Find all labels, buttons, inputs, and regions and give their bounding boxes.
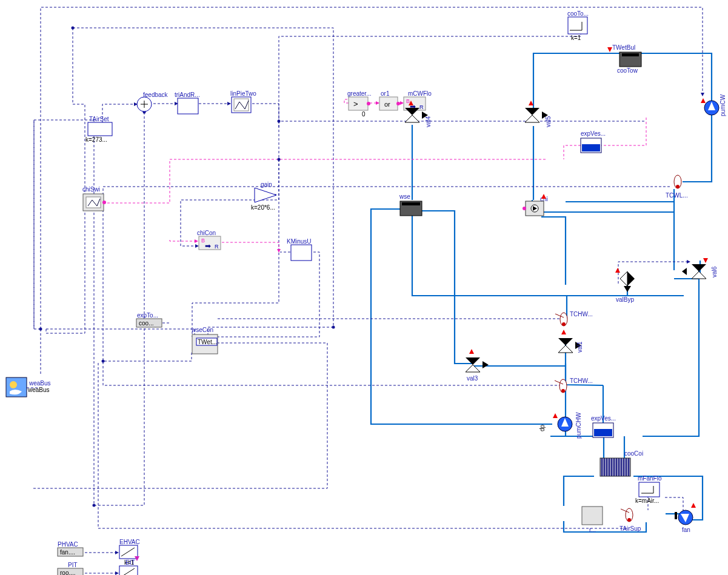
feedback-block[interactable]: feedback xyxy=(137,91,169,111)
svg-text:wseCon: wseCon xyxy=(191,327,213,333)
svg-rect-10 xyxy=(568,17,587,34)
weaBus-block[interactable]: weaBus weaBus xyxy=(6,377,51,397)
svg-point-3 xyxy=(72,27,75,30)
svg-text:val1: val1 xyxy=(576,341,583,353)
cooTo-label: cooTo... xyxy=(567,10,589,17)
expTo-block[interactable]: expTo... coo... xyxy=(136,312,162,327)
svg-text:R: R xyxy=(215,244,219,250)
TAirSup-block[interactable]: TAirSup xyxy=(619,508,641,532)
svg-text:>: > xyxy=(353,99,358,108)
svg-text:gain: gain xyxy=(261,181,272,188)
svg-text:mFanFlo: mFanFlo xyxy=(638,475,662,482)
svg-rect-69 xyxy=(402,202,420,205)
pumCHW-block[interactable]: pumCHW dp xyxy=(539,412,582,439)
svg-marker-85 xyxy=(682,268,687,275)
svg-text:TCHW...: TCHW... xyxy=(570,311,593,317)
PIT-block[interactable]: PIT roo.... xyxy=(58,562,83,575)
svg-marker-90 xyxy=(624,286,631,292)
val1-block[interactable]: val1 xyxy=(558,330,583,353)
val5-block[interactable]: val5 xyxy=(525,101,552,127)
chiCon-block[interactable]: chiCon B R ➡ xyxy=(197,230,221,250)
svg-marker-42 xyxy=(405,108,419,115)
svg-marker-47 xyxy=(525,108,539,115)
svg-text:dp: dp xyxy=(539,424,546,431)
svg-rect-157 xyxy=(119,566,138,575)
mFanFlo-block[interactable]: mFanFlo k=mAir... xyxy=(635,475,662,504)
svg-rect-82 xyxy=(291,245,312,261)
cooTow-block[interactable]: TWetBul cooTow xyxy=(607,44,641,74)
svg-rect-55 xyxy=(88,122,112,136)
svg-text:TAirSet: TAirSet xyxy=(89,116,109,122)
expVes-bot-block[interactable]: expVes... xyxy=(591,415,616,437)
fan-block[interactable]: fan xyxy=(675,503,696,533)
svg-text:val6: val6 xyxy=(711,266,718,278)
svg-point-5 xyxy=(278,158,281,161)
chiSwi-block[interactable]: chiSwi xyxy=(82,186,106,211)
expVes-top-block[interactable]: expVes... xyxy=(581,130,606,153)
svg-text:linPieTwo: linPieTwo xyxy=(230,90,256,97)
svg-text:EIT: EIT xyxy=(125,559,135,566)
svg-text:expVes...: expVes... xyxy=(581,130,606,137)
svg-text:r...: r... xyxy=(589,527,596,533)
svg-point-2 xyxy=(39,328,42,331)
mCWFlo-block[interactable]: mCWFlo B R ➡ xyxy=(404,90,432,111)
svg-marker-65 xyxy=(255,188,276,202)
svg-text:coo...: coo... xyxy=(139,320,153,327)
svg-text:R: R xyxy=(419,104,424,110)
svg-point-8 xyxy=(93,504,96,507)
greater-block[interactable]: greater... > 0 xyxy=(347,90,371,118)
svg-marker-104 xyxy=(558,338,573,345)
svg-text:EHVAC: EHVAC xyxy=(119,539,140,545)
svg-text:or1: or1 xyxy=(381,90,390,97)
svg-text:triAndR...: triAndR... xyxy=(175,91,200,98)
svg-marker-88 xyxy=(620,271,627,286)
or1-block[interactable]: or1 or xyxy=(379,90,400,110)
svg-point-9 xyxy=(102,360,105,363)
svg-marker-86 xyxy=(703,258,708,263)
KMinusU-block[interactable]: KMinusU xyxy=(287,238,312,261)
PHVAC-block[interactable]: PHVAC fan.... xyxy=(58,541,83,556)
svg-text:val5: val5 xyxy=(545,116,552,127)
hydronic-lines xyxy=(371,53,712,532)
svg-marker-124 xyxy=(553,413,558,418)
svg-point-58 xyxy=(676,185,680,188)
svg-text:KMinusU: KMinusU xyxy=(287,238,312,245)
wse-block[interactable]: wse xyxy=(399,193,422,216)
svg-marker-91 xyxy=(615,268,620,273)
svg-text:roo....: roo.... xyxy=(60,570,76,575)
TAirSet-block[interactable]: TAirSet k=273... xyxy=(85,116,112,143)
svg-text:chiSwi: chiSwi xyxy=(82,186,100,193)
svg-point-31 xyxy=(367,102,370,105)
svg-text:fan: fan xyxy=(682,527,690,533)
svg-text:or: or xyxy=(384,101,390,108)
TCHW-upper-block[interactable]: TCHW... xyxy=(555,311,593,326)
svg-rect-133 xyxy=(639,482,660,497)
cooCoi-block[interactable]: cooCoi xyxy=(600,450,643,476)
svg-text:PIT: PIT xyxy=(68,562,78,568)
svg-marker-16 xyxy=(701,98,706,103)
gain-block[interactable]: gain k=20*6... xyxy=(251,181,276,211)
svg-marker-84 xyxy=(692,271,706,279)
svg-text:val3: val3 xyxy=(467,375,478,382)
svg-point-63 xyxy=(102,201,106,204)
svg-marker-41 xyxy=(405,115,419,122)
svg-marker-46 xyxy=(525,115,539,122)
EIT-block[interactable]: EIT xyxy=(119,559,139,575)
room-block[interactable]: r... xyxy=(582,507,603,533)
svg-text:0: 0 xyxy=(362,111,366,118)
svg-point-119 xyxy=(10,381,17,388)
linPieTwo-block[interactable]: linPieTwo xyxy=(230,90,256,113)
triAndR-block[interactable]: triAndR... xyxy=(175,91,200,114)
svg-marker-83 xyxy=(692,264,706,271)
svg-rect-28 xyxy=(349,97,368,110)
svg-text:TCHW...: TCHW... xyxy=(570,377,593,384)
wseCon-block[interactable]: wseCon TWet... xyxy=(191,327,218,354)
svg-point-115 xyxy=(561,389,565,393)
svg-rect-26 xyxy=(234,99,249,111)
cooTo-block[interactable]: cooTo... k=1 xyxy=(567,10,589,41)
svg-rect-144 xyxy=(582,507,603,525)
svg-point-136 xyxy=(627,518,631,522)
boolean-lines xyxy=(103,99,646,252)
pumCW-block[interactable]: pumCW xyxy=(701,94,726,116)
svg-text:mCWFlo: mCWFlo xyxy=(408,90,432,97)
